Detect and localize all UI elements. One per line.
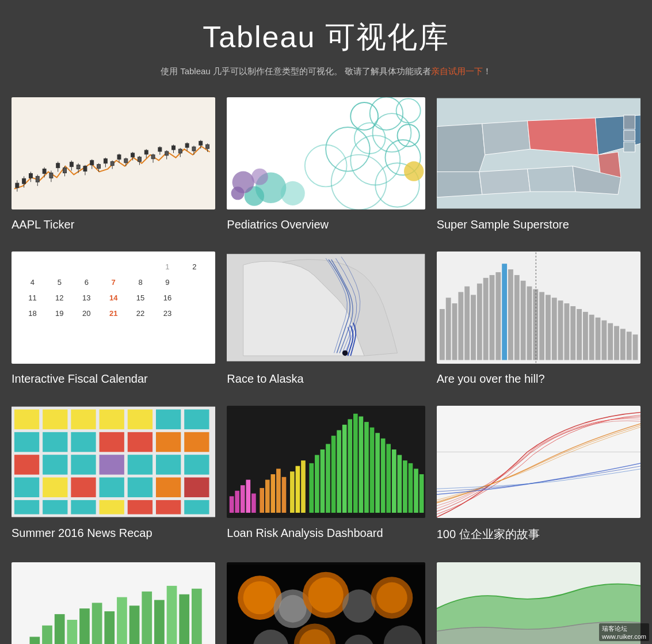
svg-rect-95 [440,309,445,360]
svg-rect-100 [471,295,476,360]
svg-rect-148 [156,455,181,474]
gallery-item-summer[interactable]: Summer 2016 News Recap [12,406,221,545]
page-title: Tableau 可视化库 [12,17,640,58]
svg-rect-104 [495,272,501,360]
svg-rect-172 [271,474,276,513]
svg-rect-191 [381,439,386,513]
title-hill: Are you over the hill? [437,369,640,388]
svg-rect-210 [117,597,127,644]
svg-rect-138 [71,432,96,452]
svg-rect-98 [458,292,463,360]
try-link[interactable]: 亲自试用一下 [431,66,483,76]
svg-rect-150 [14,478,39,497]
svg-rect-112 [546,295,551,360]
svg-rect-203 [29,637,40,644]
svg-rect-173 [276,468,281,513]
watermark: 瑞客论坛 www.ruiker.com [599,623,649,641]
svg-rect-174 [282,477,287,513]
svg-rect-2 [16,183,19,188]
svg-marker-90 [527,166,575,192]
svg-rect-38 [138,157,141,162]
svg-rect-132 [100,409,124,429]
svg-rect-170 [260,488,265,513]
svg-rect-123 [614,326,619,360]
svg-rect-24 [90,161,94,165]
svg-rect-129 [14,409,39,429]
svg-rect-42 [151,155,155,159]
title-alaska: Race to Alaska [227,369,425,388]
page-header: Tableau 可视化库 使用 Tableau 几乎可以制作任意类型的可视化。 … [0,0,652,86]
svg-rect-141 [156,432,181,452]
svg-rect-181 [326,444,330,513]
svg-rect-208 [92,603,102,644]
svg-rect-168 [246,480,251,513]
svg-rect-8 [36,176,39,182]
svg-rect-119 [589,315,594,360]
svg-rect-56 [199,141,203,145]
svg-rect-196 [409,463,413,513]
svg-rect-145 [71,455,96,474]
svg-rect-125 [626,331,631,360]
svg-rect-30 [110,162,114,166]
thumbnail-superstore [437,97,640,209]
thumbnail-alaska [227,251,425,364]
svg-rect-162 [156,500,181,515]
svg-rect-130 [43,409,67,429]
svg-rect-183 [337,430,342,513]
svg-rect-153 [100,478,124,497]
thumbnail-hill [437,251,640,364]
gallery-item-superstore[interactable]: Super Sample Superstore [431,97,640,234]
gallery-item-alaska[interactable]: Race to Alaska [221,251,430,388]
svg-rect-103 [489,275,494,360]
svg-rect-177 [301,460,306,513]
svg-point-77 [231,186,245,200]
svg-rect-209 [104,611,115,644]
thumbnail-row4-mid [227,562,425,644]
svg-rect-182 [331,436,336,513]
title-aapl: AAPL Ticker [12,215,215,234]
svg-rect-44 [158,147,162,151]
svg-rect-143 [14,455,39,474]
thumbnail-summer [12,406,215,518]
svg-point-223 [308,577,344,612]
svg-rect-212 [142,592,152,644]
svg-rect-185 [348,419,353,513]
svg-rect-52 [185,143,189,147]
svg-rect-118 [583,312,588,360]
svg-rect-157 [14,500,39,515]
gallery-item-loan[interactable]: Loan Risk Analysis Dashboard [221,406,430,545]
svg-rect-152 [71,478,96,497]
svg-rect-115 [564,303,569,360]
svg-rect-12 [49,173,53,178]
gallery-item-row4-left[interactable] [12,562,221,644]
svg-rect-133 [128,409,152,429]
svg-rect-87 [623,115,635,129]
gallery-item-entrepreneurs[interactable]: 100 位企业家的故事 [431,406,640,545]
svg-point-224 [342,589,375,622]
svg-rect-16 [63,168,67,173]
svg-rect-167 [241,485,245,513]
gallery-item-row4-mid[interactable] [221,562,430,644]
svg-rect-184 [342,425,347,513]
gallery-grid: AAPL Ticker [0,86,652,644]
svg-rect-175 [290,471,295,513]
svg-rect-146 [100,455,124,474]
svg-rect-40 [144,150,148,154]
svg-rect-20 [77,165,80,169]
thumbnail-calendar: 1 2 4 5 6 7 8 9 11 12 13 14 15 16 18 19 … [12,251,215,364]
gallery-item-pediatrics[interactable]: Pediatrics Overview [221,97,430,234]
svg-rect-166 [235,491,240,513]
svg-rect-211 [129,605,140,644]
svg-rect-108 [520,281,525,360]
svg-rect-169 [251,493,256,512]
svg-rect-136 [14,432,39,452]
svg-rect-192 [387,444,391,513]
svg-rect-22 [83,166,87,172]
svg-rect-147 [128,455,152,474]
gallery-item-aapl[interactable]: AAPL Ticker [12,97,221,234]
svg-rect-32 [117,155,121,159]
svg-rect-134 [156,409,181,429]
svg-marker-80 [437,124,485,178]
gallery-item-calendar[interactable]: 1 2 4 5 6 7 8 9 11 12 13 14 15 16 18 19 … [12,251,221,388]
gallery-item-hill[interactable]: Are you over the hill? [431,251,640,388]
